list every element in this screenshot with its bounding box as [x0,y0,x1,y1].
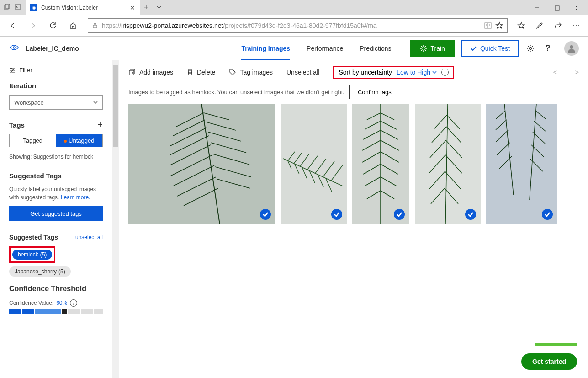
suggested-description: Quickly label your untagged images with … [9,185,103,202]
check-icon[interactable] [394,209,405,220]
tagged-toggle[interactable]: Tagged [10,134,56,147]
get-suggested-button[interactable]: Get suggested tags [9,206,103,221]
confidence-heading: Confidence Threshold [9,285,103,293]
more-icon[interactable] [568,17,584,34]
svg-point-10 [422,47,425,50]
delete-button[interactable]: Delete [187,69,215,76]
get-started-button[interactable]: Get started [521,353,577,370]
check-icon [470,45,477,52]
set-aside-icon[interactable] [15,4,22,11]
custom-vision-logo-icon [9,43,19,54]
sort-label: Sort by uncertainty [339,69,392,76]
tag-images-button[interactable]: Tag images [229,69,273,76]
tab-performance[interactable]: Performance [307,37,343,60]
refresh-icon[interactable] [44,16,62,35]
svg-rect-17 [128,104,275,224]
add-images-button[interactable]: Add images [128,69,173,76]
svg-point-13 [11,68,12,69]
help-icon[interactable]: ? [542,43,553,54]
chevron-down-icon [93,100,98,105]
pager: < > [553,69,579,76]
favorite-star-icon[interactable] [495,21,503,30]
svg-point-11 [530,47,532,49]
tags-heading: Tags [9,121,25,129]
quick-test-button[interactable]: Quick Test [461,40,519,57]
learn-more-link[interactable]: Learn more. [61,194,90,201]
svg-point-12 [570,45,573,49]
svg-point-8 [578,25,579,26]
confidence-slider[interactable] [9,309,103,314]
window-controls [526,1,588,15]
add-tag-icon[interactable]: + [97,120,103,130]
progress-indicator [535,343,577,346]
svg-rect-1 [5,4,10,8]
reader-icon[interactable] [484,22,492,29]
image-tile[interactable] [128,104,275,224]
filter-icon [9,67,16,74]
image-tile[interactable] [415,104,481,224]
home-icon[interactable] [64,16,82,35]
svg-point-9 [13,47,15,48]
check-icon[interactable] [465,209,476,220]
check-icon[interactable] [260,209,271,220]
sidebar-scrollbar[interactable] [112,60,119,378]
tag-pill-japanese-cherry[interactable]: Japanese_cherry(5) [9,266,71,277]
tab-predictions[interactable]: Predictions [360,37,391,60]
add-images-icon [128,69,136,76]
browser-tab[interactable]: ◉ Custom Vision: Labeler_ ✕ [26,0,140,15]
cascade-icon[interactable] [4,4,11,11]
suggested-tags-heading-2: Suggested Tags [9,234,58,241]
confirm-tags-button[interactable]: Confirm tags [349,85,400,99]
image-tile[interactable] [281,104,347,224]
tag-pill-hemlock[interactable]: hemlock(5) [12,250,52,260]
project-name: Labeler_IC_demo [26,45,79,52]
tab-training-images[interactable]: Training Images [241,37,290,60]
browser-titlebar: ◉ Custom Vision: Labeler_ ✕ + [0,0,588,15]
favorites-icon[interactable] [513,17,530,34]
untagged-toggle[interactable]: Untagged [56,134,103,147]
iteration-heading: Iteration [9,82,103,90]
forward-icon[interactable] [24,16,42,35]
url-input[interactable]: https://irisppewu2-portal.azurewebsites.… [88,18,508,33]
settings-icon[interactable] [525,43,536,54]
pager-next[interactable]: > [575,69,579,76]
new-tab-icon[interactable]: + [140,0,153,15]
app-header: Labeler_IC_demo Training Images Performa… [0,37,588,60]
share-icon[interactable] [550,17,566,34]
url-text: https://irisppewu2-portal.azurewebsites.… [102,22,377,29]
info-icon[interactable]: i [441,69,449,76]
favicon-icon: ◉ [30,4,37,11]
pager-prev[interactable]: < [553,69,557,76]
iteration-select[interactable]: Workspace [9,95,103,110]
sort-dropdown[interactable]: Low to High [397,69,437,76]
svg-rect-3 [555,6,559,10]
maximize-icon[interactable] [547,1,567,15]
unselect-all-link[interactable]: unselect all [75,234,103,240]
trash-icon [187,69,193,76]
tag-message: Images to be tagged as hemlock. You can … [128,89,344,96]
close-window-icon[interactable] [567,1,588,15]
svg-rect-21 [486,104,557,224]
back-icon[interactable] [4,16,22,35]
close-tab-icon[interactable]: ✕ [130,4,135,11]
minimize-icon[interactable] [526,1,547,15]
svg-rect-0 [4,5,8,9]
tab-chevron-icon[interactable] [153,0,165,15]
unselect-all-button[interactable]: Unselect all [286,69,319,76]
svg-rect-18 [281,104,347,224]
info-icon[interactable]: i [70,299,77,307]
main-content: Add images Delete Tag images Unselect al… [119,60,588,378]
check-icon[interactable] [542,209,553,220]
notes-icon[interactable] [531,17,548,34]
image-tile[interactable] [486,104,557,224]
gear-icon [420,45,427,52]
train-button[interactable]: Train [410,40,455,57]
sidebar: Filter Iteration Workspace Tags + Tagged… [0,60,112,378]
check-icon[interactable] [331,209,342,220]
toolbar: Add images Delete Tag images Unselect al… [128,66,579,79]
avatar[interactable] [564,41,579,56]
image-tile[interactable] [352,104,409,224]
svg-point-15 [11,71,12,73]
filter-row[interactable]: Filter [9,67,103,74]
svg-rect-4 [93,25,97,28]
